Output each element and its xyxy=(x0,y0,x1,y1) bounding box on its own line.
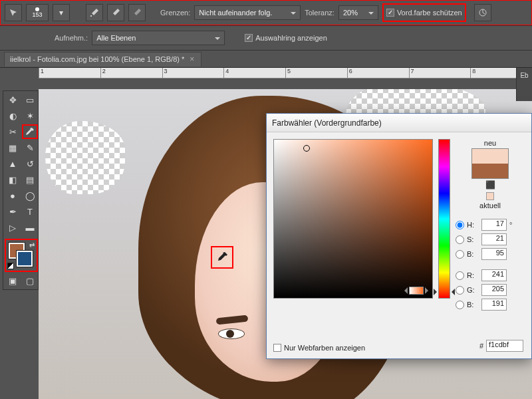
sample-dropdown[interactable]: Alle Ebenen xyxy=(92,31,225,45)
options-bar-1: 153 ▾ Grenzen: Nicht aufeinander folg. T… xyxy=(0,0,532,25)
show-ring-checkbox[interactable]: ✓ Auswahlring anzeigen xyxy=(245,34,327,42)
ruler-tick: 2 xyxy=(100,68,162,78)
sampler-plus-icon[interactable] xyxy=(86,4,103,21)
eyedropper-icon xyxy=(215,251,229,264)
checkbox-icon: ✓ xyxy=(245,34,253,42)
bv-radio[interactable] xyxy=(456,250,464,259)
below-field-strip xyxy=(273,287,433,295)
type-tool[interactable]: T xyxy=(22,204,38,219)
options-bar-2: Aufnehm.: Alle Ebenen ✓ Auswahlring anze… xyxy=(0,25,532,51)
b-row: B: 191 xyxy=(456,299,525,311)
marquee-tool[interactable]: ▭ xyxy=(22,92,38,107)
chevron-down-icon[interactable]: ▾ xyxy=(53,4,70,21)
r-value[interactable]: 241 xyxy=(481,269,507,281)
show-ring-label: Auswahlring anzeigen xyxy=(255,34,327,42)
background-swatch[interactable] xyxy=(17,251,33,267)
dialog-title-bar[interactable]: Farbwähler (Vordergrundfarbe) xyxy=(267,114,531,132)
protect-fg-checkbox[interactable]: ✓ Vord.farbe schützen xyxy=(386,9,462,17)
s-radio[interactable] xyxy=(456,235,464,244)
checkbox-icon xyxy=(273,344,281,352)
eyedropper-cursor-highlight xyxy=(211,246,233,269)
horizontal-ruler: 1 2 3 4 5 6 7 8 xyxy=(39,68,532,78)
protect-fg-label: Vord.farbe schützen xyxy=(397,9,462,17)
wand-tool[interactable]: ✶ xyxy=(22,108,38,123)
hex-row: # f1cdbf xyxy=(479,340,523,352)
document-tab[interactable]: iielkrol - Fotolia.com.jpg bei 100% (Ebe… xyxy=(4,52,201,66)
triangle-left-icon xyxy=(401,287,408,294)
brush-size-value: 153 xyxy=(32,12,42,18)
tolerance-label: Toleranz: xyxy=(305,9,334,17)
brush-tool[interactable]: ✎ xyxy=(22,140,38,155)
limits-dropdown[interactable]: Nicht aufeinander folg. xyxy=(194,5,301,20)
s-label: S: xyxy=(467,235,479,243)
stamp-tool[interactable]: ▲ xyxy=(5,156,21,171)
pressure-icon[interactable] xyxy=(474,4,491,21)
h-value[interactable]: 17 xyxy=(481,219,507,231)
color-field-cursor[interactable] xyxy=(303,145,310,152)
b-label: B: xyxy=(467,301,479,309)
deg-unit: ° xyxy=(509,221,515,229)
patch-tool[interactable]: ▦ xyxy=(5,140,21,155)
sample-label: Aufnehm.: xyxy=(55,34,88,42)
blur-tool[interactable]: ● xyxy=(5,188,21,203)
preview-current-swatch[interactable] xyxy=(472,164,508,178)
ruler-tick: 7 xyxy=(409,68,471,78)
pen-tool[interactable]: ✒ xyxy=(5,204,21,219)
hue-arrow-right-icon xyxy=(448,289,455,295)
cube-icon: ⬛ xyxy=(485,180,495,190)
tool-preset-icon[interactable] xyxy=(5,4,22,21)
color-swatches[interactable]: ⇄ xyxy=(5,239,38,272)
gradient-tool[interactable]: ▤ xyxy=(22,172,38,187)
g-value[interactable]: 205 xyxy=(481,284,507,296)
picker-side-panel: neu ⬛ aktuell H: 17 ° S: xyxy=(456,139,525,311)
hue-arrow-left-icon xyxy=(434,289,440,295)
b-radio[interactable] xyxy=(456,301,464,309)
bv-label: B: xyxy=(467,250,479,258)
r-radio[interactable] xyxy=(456,271,464,280)
triangle-right-icon xyxy=(425,287,432,294)
close-icon[interactable]: × xyxy=(190,55,194,64)
g-radio[interactable] xyxy=(456,286,464,295)
h-radio[interactable] xyxy=(456,221,464,229)
web-only-checkbox[interactable]: Nur Webfarben anzeigen xyxy=(273,344,365,352)
h-label: H: xyxy=(467,221,479,229)
screen-mode-tool[interactable]: ▢ xyxy=(22,273,38,288)
ruler-tick: 4 xyxy=(223,68,285,78)
path-select-tool[interactable]: ▷ xyxy=(5,220,21,235)
color-field[interactable] xyxy=(273,139,433,299)
ruler-tick: 6 xyxy=(347,68,409,78)
g-label: G: xyxy=(467,286,479,294)
eraser-tool[interactable]: ◧ xyxy=(5,172,21,187)
svg-rect-0 xyxy=(90,15,92,17)
b-value[interactable]: 191 xyxy=(481,299,507,311)
eyedropper-tool[interactable] xyxy=(22,124,38,139)
mini-gradient-icon xyxy=(409,287,424,295)
lasso-tool[interactable]: ◐ xyxy=(5,108,21,123)
brush-size-picker[interactable]: 153 xyxy=(26,4,49,21)
dodge-tool[interactable]: ◯ xyxy=(22,188,38,203)
ruler-tick: 1 xyxy=(39,68,100,78)
hue-slider[interactable] xyxy=(438,139,450,299)
quickmask-tool[interactable]: ▣ xyxy=(5,273,21,288)
limits-label: Grenzen: xyxy=(160,9,190,17)
hex-value[interactable]: f1cdbf xyxy=(486,340,523,352)
history-brush-tool[interactable]: ↺ xyxy=(22,156,38,171)
reset-swatches-icon[interactable] xyxy=(7,263,14,269)
sampler-bg-icon[interactable] xyxy=(128,4,146,21)
sampler-minus-icon[interactable] xyxy=(107,4,124,21)
ruler-tick: 5 xyxy=(285,68,347,78)
right-panel-collapsed[interactable]: Eb xyxy=(516,68,532,101)
bv-value[interactable]: 95 xyxy=(481,248,507,260)
s-row: S: 21 xyxy=(456,233,525,245)
right-panel-label: Eb xyxy=(520,72,528,79)
swap-swatches-icon[interactable]: ⇄ xyxy=(29,241,35,249)
shape-tool[interactable]: ▬ xyxy=(22,220,38,235)
photo-eye xyxy=(218,329,245,339)
tolerance-dropdown[interactable]: 20% xyxy=(338,5,378,20)
crop-tool[interactable]: ✂ xyxy=(5,124,21,139)
new-label: neu xyxy=(484,139,496,147)
move-tool[interactable]: ✥ xyxy=(5,92,21,107)
s-value[interactable]: 21 xyxy=(481,233,507,245)
document-tab-bar: iielkrol - Fotolia.com.jpg bei 100% (Ebe… xyxy=(0,51,532,68)
preview-new-swatch[interactable] xyxy=(472,149,508,164)
